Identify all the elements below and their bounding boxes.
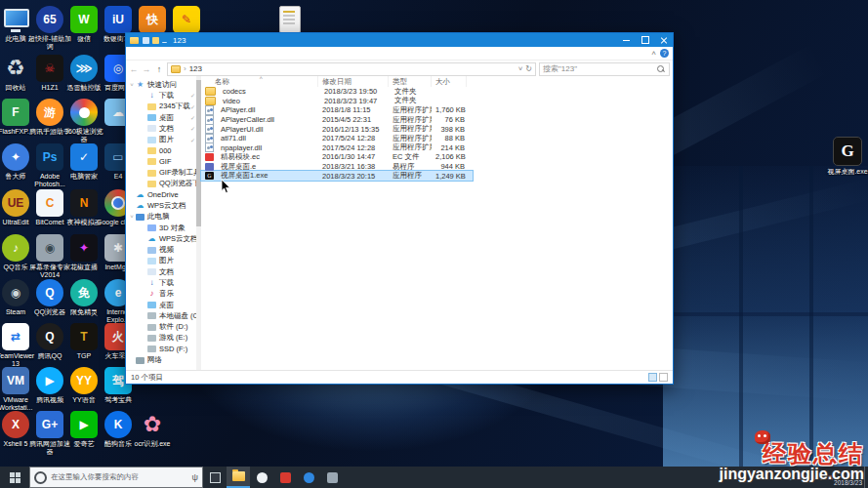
desktop-icon-tencent-video-glyph: ▶ (36, 367, 63, 394)
window-title: 123 (173, 36, 186, 45)
taskbar-app-red[interactable] (273, 467, 297, 488)
nav-item-文档[interactable]: 文档 (126, 266, 201, 277)
nav-item-音乐[interactable]: ♪音乐 (126, 289, 201, 300)
qat-new-folder-icon[interactable] (152, 37, 159, 44)
ribbon-collapse-icon[interactable]: ˄ (647, 47, 660, 60)
taskbar-app-browser[interactable] (297, 467, 320, 488)
search-box[interactable]: 搜索"123" (539, 62, 670, 76)
folder-icon (147, 158, 156, 166)
address-bar[interactable]: › 123 ˅ ↻ (167, 62, 536, 76)
file-row[interactable]: APlayerUI.dll2016/12/13 15:35应用程序扩展398 K… (201, 124, 473, 134)
download-icon: ↓ (147, 92, 156, 100)
taskbar-explorer-button[interactable] (227, 467, 250, 488)
breadcrumb[interactable]: 123 (189, 64, 202, 73)
file-row[interactable]: G视屏桌面1.exe2018/3/23 20:15应用程序1,249 KB (201, 171, 473, 181)
nav-item-000[interactable]: 000 (126, 145, 201, 156)
nav-item-图片[interactable]: 图片 (126, 256, 201, 266)
desktop-icon-h1z1-glyph: ☠ (36, 55, 63, 82)
nav-item-GIF录制工具[interactable]: GIF录制工具 (126, 167, 201, 178)
nav-item-桌面[interactable]: 桌面 (126, 300, 201, 310)
file-row[interactable]: npaplayer.dll2017/5/24 12:28应用程序扩展214 KB (201, 143, 473, 153)
nav-items: ˅★快速访问↓下载✓2345下载✓桌面✓文档✓图片✓000GIFGIF录制工具Q… (126, 79, 201, 366)
column-header-类型[interactable]: 类型 (389, 76, 432, 87)
column-header-修改日期[interactable]: 修改日期 (318, 76, 389, 87)
nav-item-文档[interactable]: 文档✓ (126, 123, 201, 134)
column-header-名称[interactable]: ˄名称 (201, 76, 318, 87)
drive-icon (147, 312, 156, 320)
nav-item-label: 2345下载 (159, 102, 190, 111)
desktop-icon-iu-app-glyph: iU (104, 6, 132, 33)
nav-item-label: SSD (F:) (159, 345, 187, 353)
qat-customize-icon[interactable] (162, 37, 167, 43)
nav-item-游戏 (E:)[interactable]: 游戏 (E:) (126, 333, 201, 344)
desktop-icon-xshell-glyph: X (2, 411, 29, 438)
column-header-label: 类型 (393, 77, 407, 87)
file-type: 文件夹 (391, 87, 434, 97)
file-type: 文件夹 (391, 96, 434, 105)
nav-item-QQ浏览器下载[interactable]: QQ浏览器下载 (126, 179, 201, 189)
nav-item-label: GIF (159, 157, 172, 166)
qat-properties-icon[interactable] (143, 37, 149, 44)
nav-item-label: 图片 (159, 135, 174, 144)
thumbnail-view-icon[interactable] (659, 373, 668, 382)
nav-item-OneDrive[interactable]: ☁OneDrive (126, 189, 201, 200)
nav-item-WPS云文档[interactable]: ☁WPS云文档 (126, 200, 201, 211)
help-icon[interactable]: ? (660, 49, 669, 58)
details-view-icon[interactable] (648, 373, 657, 382)
desktop-icon-video-wallpaper-exe[interactable]: G 视屏桌面.exe (818, 137, 868, 176)
desktop-icon-takecolor-glyph: ✎ (173, 6, 200, 33)
desktop-icon-huajiao-glyph: ✦ (70, 234, 98, 262)
nav-item-此电脑[interactable]: ˅此电脑 (126, 212, 201, 223)
maximize-button[interactable] (636, 33, 654, 47)
address-dropdown-icon[interactable]: ˅ (518, 64, 523, 73)
task-view-button[interactable] (203, 467, 227, 488)
taskbar-app-cube[interactable] (320, 467, 344, 488)
file-row[interactable]: 视屏桌面.e2018/3/21 16:38易程序944 KB (201, 162, 473, 172)
nav-item-3D 对象[interactable]: 3D 对象 (126, 223, 201, 233)
file-type: 应用程序扩展 (389, 134, 432, 143)
file-name: 视屏桌面1.exe (217, 171, 318, 181)
forward-icon[interactable]: → (142, 64, 151, 74)
pin-icon: ✓ (190, 92, 195, 99)
minimize-button[interactable] (617, 33, 636, 47)
desktop-icon-ocr[interactable]: ✿ocr识别.exe (130, 411, 175, 448)
cloud-icon: ☁ (136, 202, 145, 210)
nav-item-下载[interactable]: ↓下载✓ (126, 90, 201, 101)
nav-item-本地磁盘 (C:)[interactable]: 本地磁盘 (C:) (126, 310, 201, 321)
nav-item-快速访问[interactable]: ˅★快速访问 (126, 79, 201, 90)
refresh-icon[interactable]: ↻ (525, 64, 532, 73)
back-icon[interactable]: ← (129, 64, 139, 74)
title-bar[interactable]: 123 (126, 33, 673, 47)
nav-item-视频[interactable]: 视频 (126, 244, 201, 255)
up-icon[interactable]: ↑ (154, 64, 164, 74)
file-row[interactable]: codecs2018/3/23 19:50文件夹 (201, 87, 473, 97)
taskbar-app-lamp[interactable] (250, 467, 273, 488)
nav-item-图片[interactable]: 图片✓ (126, 134, 201, 144)
nav-item-软件 (D:)[interactable]: 软件 (D:) (126, 322, 201, 333)
taskbar-search-box[interactable]: 在这里输入你要搜索的内容 ψ (29, 467, 203, 488)
minimize-icon (623, 40, 630, 41)
chevron-down-icon[interactable]: ˅ (128, 214, 136, 220)
nav-item-下载[interactable]: ↓下载 (126, 277, 201, 288)
nav-item-label: 视频 (159, 245, 174, 255)
file-row[interactable]: video2018/3/23 19:47文件夹 (201, 97, 473, 106)
start-button[interactable] (0, 467, 29, 488)
nav-item-2345下载[interactable]: 2345下载✓ (126, 102, 201, 112)
file-row[interactable]: APlayer.dll2018/1/8 11:15应用程序扩展1,760 KB (201, 105, 473, 115)
file-row[interactable]: 精易模块.ec2016/1/30 14:47EC 文件2,106 KB (201, 152, 473, 162)
microphone-icon[interactable]: ψ (192, 472, 198, 482)
file-date: 2017/5/24 12:28 (318, 143, 389, 152)
show-desktop-button[interactable] (864, 467, 868, 488)
chevron-down-icon[interactable]: ˅ (128, 82, 136, 88)
nav-item-WPS云文档[interactable]: ☁WPS云文档 (126, 233, 201, 244)
file-row[interactable]: atl71.dll2017/5/24 12:28应用程序扩展88 KB (201, 134, 473, 143)
quick-access-toolbar[interactable] (143, 37, 167, 44)
nav-item-网络[interactable]: 网络 (126, 354, 201, 365)
close-button[interactable] (654, 33, 673, 47)
file-dll-icon (205, 115, 214, 125)
nav-item-GIF[interactable]: GIF (126, 156, 201, 167)
nav-item-SSD (F:)[interactable]: SSD (F:) (126, 344, 201, 354)
column-header-大小[interactable]: 大小 (432, 76, 467, 87)
nav-item-桌面[interactable]: 桌面✓ (126, 112, 201, 123)
file-row[interactable]: APlayerCaller.dll2015/4/5 22:31应用程序扩展76 … (201, 115, 473, 125)
